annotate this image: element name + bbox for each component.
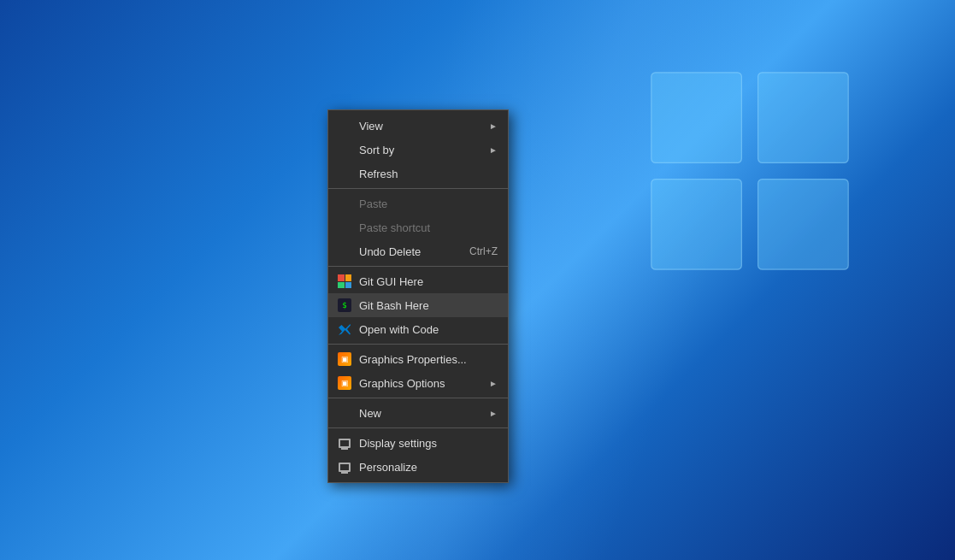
git-gui-label: Git GUI Here	[359, 275, 498, 288]
view-label: View	[359, 120, 486, 133]
new-icon	[337, 405, 352, 421]
open-code-label: Open with Code	[359, 323, 498, 336]
separator-5	[328, 427, 508, 428]
graphics-options-arrow: ►	[489, 379, 498, 388]
sort-by-label: Sort by	[359, 144, 486, 156]
paste-label: Paste	[359, 197, 498, 210]
display-settings-label: Display settings	[359, 437, 498, 450]
sort-icon	[337, 142, 352, 157]
sort-by-arrow: ►	[489, 145, 498, 155]
context-menu: View ► Sort by ► Refresh Paste Paste sho…	[327, 109, 509, 483]
paste-shortcut-icon	[337, 220, 352, 235]
windows-logo	[647, 68, 852, 274]
context-menu-item-open-code[interactable]: Open with Code	[328, 317, 508, 341]
separator-1	[328, 188, 508, 189]
context-menu-item-git-gui[interactable]: Git GUI Here	[328, 269, 508, 293]
context-menu-item-paste: Paste	[328, 192, 508, 215]
new-arrow: ►	[489, 409, 498, 418]
graphics-properties-icon: ▣	[337, 351, 352, 367]
personalize-icon	[337, 459, 352, 475]
context-menu-item-sort-by[interactable]: Sort by ►	[328, 138, 508, 162]
svg-rect-3	[758, 180, 849, 270]
context-menu-item-graphics-options[interactable]: ▣ Graphics Options ►	[328, 371, 508, 395]
paste-icon	[337, 196, 352, 211]
undo-shortcut: Ctrl+Z	[469, 245, 498, 257]
separator-3	[328, 344, 508, 345]
svg-rect-2	[651, 180, 742, 270]
undo-icon	[337, 244, 352, 259]
new-label: New	[359, 407, 486, 420]
context-menu-item-personalize[interactable]: Personalize	[328, 455, 508, 479]
svg-rect-1	[758, 73, 849, 163]
personalize-label: Personalize	[359, 461, 498, 474]
display-settings-icon	[337, 435, 352, 451]
context-menu-item-graphics-properties[interactable]: ▣ Graphics Properties...	[328, 347, 508, 371]
view-icon	[337, 118, 352, 133]
context-menu-item-view[interactable]: View ►	[328, 114, 508, 138]
graphics-options-label: Graphics Options	[359, 377, 486, 390]
svg-rect-0	[651, 73, 742, 163]
git-bash-icon: $	[337, 298, 352, 313]
context-menu-item-paste-shortcut: Paste shortcut	[328, 215, 508, 239]
refresh-icon	[337, 166, 352, 181]
graphics-properties-label: Graphics Properties...	[359, 353, 498, 366]
separator-2	[328, 266, 508, 267]
vscode-icon	[337, 321, 352, 337]
git-gui-icon	[337, 274, 352, 289]
context-menu-item-git-bash[interactable]: $ Git Bash Here	[328, 293, 508, 317]
refresh-label: Refresh	[359, 168, 498, 180]
context-menu-item-new[interactable]: New ►	[328, 401, 508, 425]
git-bash-label: Git Bash Here	[359, 299, 498, 312]
view-arrow: ►	[489, 121, 498, 131]
graphics-options-icon: ▣	[337, 375, 352, 391]
separator-4	[328, 398, 508, 398]
paste-shortcut-label: Paste shortcut	[359, 221, 498, 234]
context-menu-item-undo-delete[interactable]: Undo Delete Ctrl+Z	[328, 239, 508, 263]
undo-delete-label: Undo Delete	[359, 245, 463, 258]
context-menu-item-refresh[interactable]: Refresh	[328, 162, 508, 186]
context-menu-item-display-settings[interactable]: Display settings	[328, 431, 508, 455]
